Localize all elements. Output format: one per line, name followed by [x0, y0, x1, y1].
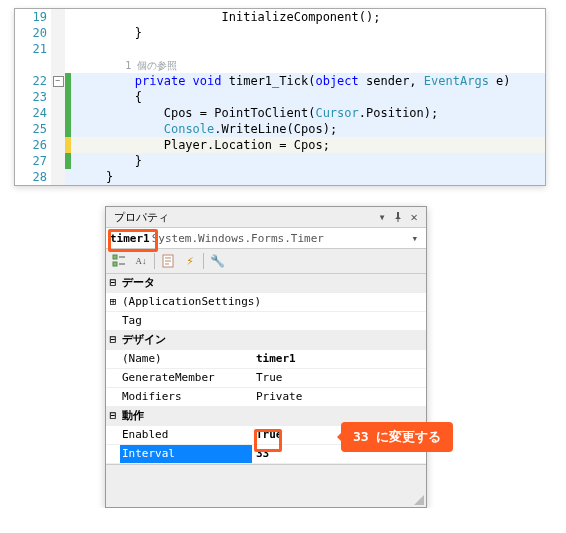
categorized-icon[interactable] [110, 252, 128, 270]
property-value[interactable] [252, 312, 426, 330]
property-label: (Name) [120, 350, 252, 368]
expand-spacer [106, 445, 120, 463]
expand-spacer [106, 350, 120, 368]
code-text[interactable]: { [71, 89, 545, 105]
fold-gutter [51, 9, 65, 25]
code-text[interactable]: Player.Location = Cpos; [71, 137, 545, 153]
property-row[interactable]: ⊞(ApplicationSettings) [106, 293, 426, 312]
code-text[interactable] [71, 41, 545, 57]
property-label: Modifiers [120, 388, 252, 406]
fold-gutter [51, 169, 65, 185]
property-row[interactable]: Tag [106, 312, 426, 331]
line-number: 22 [15, 73, 51, 89]
object-type: System.Windows.Forms.Timer [152, 232, 408, 245]
property-value [252, 331, 426, 349]
svg-rect-1 [113, 262, 117, 266]
code-line[interactable]: 19 InitializeComponent(); [15, 9, 545, 25]
fold-gutter [51, 137, 65, 153]
property-value [252, 274, 426, 292]
dropdown-icon[interactable]: ▾ [374, 209, 390, 225]
code-editor[interactable]: 19 InitializeComponent();20 }21 1 個の参照22… [14, 8, 546, 186]
expand-icon[interactable]: ⊟ [106, 274, 120, 292]
code-line[interactable]: 1 個の参照 [15, 57, 545, 73]
property-label: データ [120, 274, 252, 292]
line-number: 27 [15, 153, 51, 169]
code-text[interactable]: InitializeComponent(); [71, 9, 545, 25]
fold-gutter[interactable]: − [51, 73, 65, 89]
properties-page-icon[interactable] [159, 252, 177, 270]
line-number: 24 [15, 105, 51, 121]
object-selector[interactable]: timer1 System.Windows.Forms.Timer ▾ [106, 228, 426, 249]
code-line[interactable]: 26 Player.Location = Cpos; [15, 137, 545, 153]
fold-gutter [51, 105, 65, 121]
fold-gutter [51, 25, 65, 41]
code-text[interactable]: private void timer1_Tick(object sender, … [71, 73, 545, 89]
line-number: 25 [15, 121, 51, 137]
events-icon[interactable]: ⚡ [181, 252, 199, 270]
property-label: 動作 [120, 407, 252, 425]
code-line[interactable]: 20 } [15, 25, 545, 41]
property-row[interactable]: ModifiersPrivate [106, 388, 426, 407]
expand-icon[interactable]: ⊟ [106, 407, 120, 425]
code-text[interactable]: } [71, 169, 545, 185]
expand-spacer [106, 312, 120, 330]
property-label: Enabled [120, 426, 252, 444]
wrench-icon[interactable]: 🔧 [208, 252, 226, 270]
fold-gutter [51, 153, 65, 169]
code-text[interactable]: Console.WriteLine(Cpos); [71, 121, 545, 137]
property-category[interactable]: ⊟デザイン [106, 331, 426, 350]
callout: 33 に変更する [341, 422, 453, 452]
line-number: 19 [15, 9, 51, 25]
fold-gutter [51, 41, 65, 57]
property-label: デザイン [120, 331, 252, 349]
code-line[interactable]: 22− private void timer1_Tick(object send… [15, 73, 545, 89]
property-row[interactable]: GenerateMemberTrue [106, 369, 426, 388]
close-icon[interactable]: ✕ [406, 209, 422, 225]
pin-icon[interactable] [390, 209, 406, 225]
properties-window: プロパティ ▾ ✕ timer1 System.Windows.Forms.Ti… [105, 206, 427, 508]
code-text[interactable]: } [71, 153, 545, 169]
expand-icon[interactable]: ⊟ [106, 331, 120, 349]
property-label: Tag [120, 312, 252, 330]
code-line[interactable]: 25 Console.WriteLine(Cpos); [15, 121, 545, 137]
expand-spacer [106, 426, 120, 444]
line-number [15, 57, 51, 73]
property-label: (ApplicationSettings) [120, 293, 252, 311]
code-line[interactable]: 21 [15, 41, 545, 57]
code-line[interactable]: 23 { [15, 89, 545, 105]
expand-spacer [106, 369, 120, 387]
line-number: 26 [15, 137, 51, 153]
property-value[interactable]: Private [252, 388, 426, 406]
object-name: timer1 [110, 232, 150, 245]
fold-gutter [51, 89, 65, 105]
property-row[interactable]: (Name)timer1 [106, 350, 426, 369]
code-text[interactable]: } [71, 25, 545, 41]
fold-minus-icon[interactable]: − [53, 76, 64, 87]
property-value[interactable]: timer1 [252, 350, 426, 368]
resize-grip-icon[interactable] [414, 495, 424, 505]
code-text[interactable]: 1 個の参照 [71, 57, 545, 73]
alphabetical-icon[interactable]: A↓ [132, 252, 150, 270]
property-value[interactable]: True [252, 369, 426, 387]
fold-gutter [51, 121, 65, 137]
code-line[interactable]: 27 } [15, 153, 545, 169]
code-line[interactable]: 28 } [15, 169, 545, 185]
property-label: Interval [120, 445, 252, 463]
properties-toolbar: A↓ ⚡ 🔧 [106, 249, 426, 274]
property-label: GenerateMember [120, 369, 252, 387]
expand-icon[interactable]: ⊞ [106, 293, 120, 311]
description-pane [106, 464, 426, 507]
expand-spacer [106, 388, 120, 406]
property-category[interactable]: ⊟データ [106, 274, 426, 293]
properties-title: プロパティ [110, 210, 374, 225]
line-number: 28 [15, 169, 51, 185]
code-text[interactable]: Cpos = PointToClient(Cursor.Position); [71, 105, 545, 121]
svg-rect-0 [113, 255, 117, 259]
property-value[interactable] [252, 293, 426, 311]
line-number: 23 [15, 89, 51, 105]
code-line[interactable]: 24 Cpos = PointToClient(Cursor.Position)… [15, 105, 545, 121]
fold-gutter [51, 57, 65, 73]
line-number: 20 [15, 25, 51, 41]
object-dropdown-icon[interactable]: ▾ [407, 232, 422, 245]
properties-titlebar[interactable]: プロパティ ▾ ✕ [106, 207, 426, 228]
